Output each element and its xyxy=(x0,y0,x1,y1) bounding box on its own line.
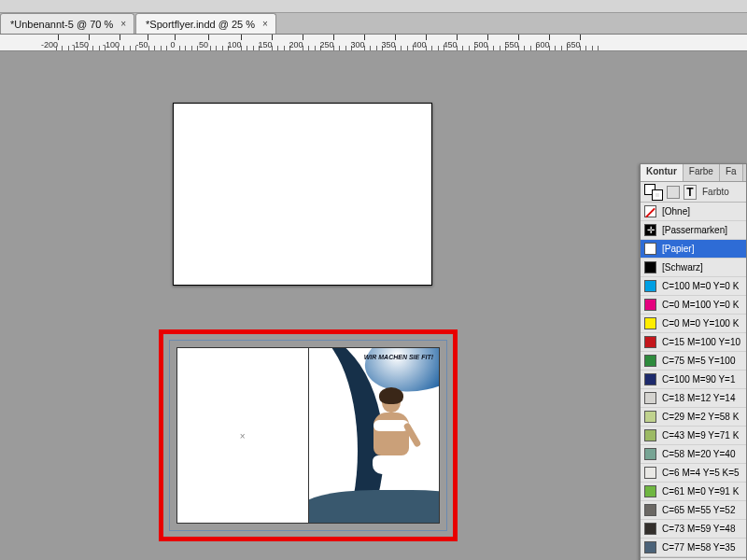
swatch-color-icon xyxy=(644,317,656,329)
swatch-name: C=15 M=100 Y=10 xyxy=(662,337,742,347)
swatch-color-icon xyxy=(644,261,656,273)
swatch-color-icon xyxy=(644,448,656,460)
swatch-tool-row: T Farbto xyxy=(641,182,746,203)
swatch-row[interactable]: C=43 M=9 Y=71 K xyxy=(641,427,746,445)
panel-tab-bar: Kontur Farbe Fa xyxy=(641,164,746,182)
swatch-color-icon xyxy=(644,205,656,217)
swatch-name: C=75 M=5 Y=100 xyxy=(662,356,742,366)
cover-headline: WIR MACHEN SIE FIT! xyxy=(364,354,433,360)
ruler-tick: -200 xyxy=(49,35,66,49)
swatch-color-icon xyxy=(644,373,656,385)
swatch-name: [Schwarz] xyxy=(662,262,742,273)
swatch-row[interactable]: C=100 M=0 Y=0 K xyxy=(641,277,746,296)
swatch-name: C=29 M=2 Y=58 K xyxy=(662,412,742,422)
swatch-color-icon xyxy=(644,467,656,479)
swatch-name: C=77 M=58 Y=35 xyxy=(662,542,742,553)
swatch-name: C=43 M=9 Y=71 K xyxy=(662,430,742,441)
swatch-row[interactable]: C=61 M=0 Y=91 K xyxy=(641,483,746,501)
swatch-name: C=0 M=0 Y=100 K xyxy=(662,318,742,329)
swatch-row[interactable]: C=73 M=59 Y=48 xyxy=(641,520,746,539)
swatch-color-icon xyxy=(644,280,656,292)
swatch-row[interactable]: [Papier] xyxy=(641,240,746,259)
spread-pages[interactable]: × WIR MACHEN SIE FIT! xyxy=(176,347,440,524)
document-tab[interactable]: *Sportflyer.indd @ 25 % × xyxy=(135,13,276,34)
ruler-tick: 0 xyxy=(173,35,177,49)
swatch-name: C=73 M=59 Y=48 xyxy=(662,524,742,534)
tab-label: *Sportflyer.indd @ 25 % xyxy=(146,19,255,30)
ruler-tick: 50 xyxy=(204,35,213,49)
swatch-color-icon xyxy=(644,336,656,348)
top-toolbar xyxy=(0,0,747,13)
panel-tab-kontur[interactable]: Kontur xyxy=(641,164,684,181)
swatch-color-icon xyxy=(644,355,656,367)
close-icon[interactable]: × xyxy=(261,19,270,29)
swatch-color-icon xyxy=(644,224,656,236)
swatch-row[interactable]: C=65 M=55 Y=52 xyxy=(641,501,746,520)
swatches-panel[interactable]: Kontur Farbe Fa T Farbto [Ohne][Passerma… xyxy=(640,163,747,560)
tint-label: Farbto xyxy=(702,187,729,197)
swatch-row[interactable]: [Schwarz] xyxy=(641,259,746,277)
swatch-color-icon xyxy=(644,243,656,255)
swatch-name: C=0 M=100 Y=0 K xyxy=(662,300,742,310)
highlighted-spread: × WIR MACHEN SIE FIT! xyxy=(159,329,458,541)
swatch-row[interactable]: C=6 M=4 Y=5 K=5 xyxy=(641,464,746,483)
fitness-figure-image xyxy=(360,390,421,500)
panel-tab-more[interactable]: Fa xyxy=(720,164,743,181)
spread-right-page[interactable]: WIR MACHEN SIE FIT! xyxy=(309,347,441,524)
horizontal-ruler[interactable]: -200-150-100-500501001502002503003504004… xyxy=(0,35,747,51)
swatch-row[interactable]: C=15 M=100 Y=10 xyxy=(641,333,746,352)
swatch-name: [Ohne] xyxy=(662,206,742,217)
format-container-icon[interactable] xyxy=(667,186,680,199)
swatch-name: C=100 M=0 Y=0 K xyxy=(662,281,742,291)
swatch-name: C=61 M=0 Y=91 K xyxy=(662,486,742,497)
swatch-name: C=58 M=20 Y=40 xyxy=(662,449,742,459)
document-tab-bar: *Unbenannt-5 @ 70 % × *Sportflyer.indd @… xyxy=(0,13,747,35)
swatch-color-icon xyxy=(644,541,656,553)
swatch-color-icon xyxy=(644,523,656,535)
swatch-name: [Papier] xyxy=(662,244,742,254)
swatch-list[interactable]: [Ohne][Passermarken][Papier][Schwarz]C=1… xyxy=(641,203,746,557)
format-text-icon[interactable]: T xyxy=(684,185,697,200)
ruler-tick: -150 xyxy=(80,35,97,49)
swatch-name: C=18 M=12 Y=14 xyxy=(662,393,742,403)
swatch-name: [Passermarken] xyxy=(662,225,742,235)
swatch-color-icon xyxy=(644,411,656,423)
close-icon[interactable]: × xyxy=(119,19,128,29)
swatch-color-icon xyxy=(644,504,656,516)
swatch-row[interactable]: C=0 M=100 Y=0 K xyxy=(641,296,746,315)
swatch-color-icon xyxy=(644,392,656,404)
panel-tab-farbe[interactable]: Farbe xyxy=(684,164,720,181)
swatch-row[interactable]: C=58 M=20 Y=40 xyxy=(641,445,746,464)
swatch-row[interactable]: C=75 M=5 Y=100 xyxy=(641,352,746,371)
document-tab[interactable]: *Unbenannt-5 @ 70 % × xyxy=(0,13,134,34)
swatch-row[interactable]: C=77 M=58 Y=35 xyxy=(641,539,746,557)
page-blank[interactable] xyxy=(173,103,432,286)
swatch-name: C=65 M=55 Y=52 xyxy=(662,505,742,515)
workspace[interactable]: × WIR MACHEN SIE FIT! K xyxy=(0,51,747,560)
swatch-name: C=6 M=4 Y=5 K=5 xyxy=(662,468,742,478)
spread-bleed-guide: × WIR MACHEN SIE FIT! xyxy=(169,340,447,531)
swatch-row[interactable]: C=100 M=90 Y=1 xyxy=(641,371,746,389)
swatch-name: C=100 M=90 Y=1 xyxy=(662,374,742,385)
ruler-tick: -100 xyxy=(111,35,128,49)
fill-stroke-icon[interactable] xyxy=(644,184,663,201)
swatch-color-icon xyxy=(644,429,656,441)
tab-label: *Unbenannt-5 @ 70 % xyxy=(10,19,113,30)
swatch-color-icon xyxy=(644,299,656,311)
swatch-color-icon xyxy=(644,485,656,497)
swatch-row[interactable]: C=0 M=0 Y=100 K xyxy=(641,315,746,333)
spread-left-page[interactable]: × xyxy=(176,347,309,524)
swatch-row[interactable]: [Ohne] xyxy=(641,203,746,221)
swatch-row[interactable]: [Passermarken] xyxy=(641,221,746,240)
empty-frame-icon: × xyxy=(240,430,246,441)
swatch-row[interactable]: C=29 M=2 Y=58 K xyxy=(641,408,746,427)
swatch-row[interactable]: C=18 M=12 Y=14 xyxy=(641,389,746,408)
